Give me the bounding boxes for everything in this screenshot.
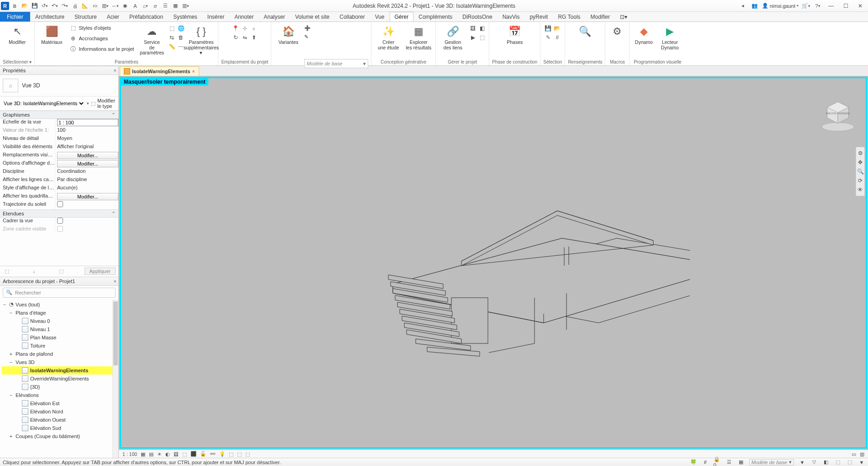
back-icon[interactable]: ◂ (738, 1, 747, 11)
sb-filter5-icon[interactable]: ⬚ (846, 459, 853, 466)
starting-view-icon[interactable]: ▶ (469, 33, 477, 42)
view-tab-active[interactable]: IsolateWarningElements × (120, 66, 199, 76)
qat-tag-icon[interactable]: ◉ (121, 1, 130, 11)
share-icon[interactable]: 👥 (750, 1, 759, 11)
dynamo-player-button[interactable]: ▶ Lecteur Dynamo (657, 23, 683, 50)
browser-search-input[interactable]: 🔍 Rechercher (3, 288, 116, 298)
tree-override-view[interactable]: OverrideWarningElements (2, 375, 118, 383)
qat-more-icon[interactable]: ▥ (181, 1, 190, 11)
crop-icon[interactable]: ⬚ (181, 450, 188, 458)
graphic-display-button[interactable]: Modifier... (57, 160, 118, 167)
save-selection-icon[interactable]: 💾 (544, 24, 552, 32)
sb-filter1-icon[interactable]: ▼ (799, 459, 806, 466)
prop-tool1-icon[interactable]: ⬚ (3, 267, 11, 275)
units-icon[interactable]: 📏 (168, 43, 176, 51)
vc-right2-icon[interactable]: ▥ (859, 450, 865, 458)
orbit-icon[interactable]: ⟳ (856, 176, 864, 185)
cart-icon[interactable]: 🛒 (801, 1, 810, 11)
sb-select-links-icon[interactable]: ⇵ (702, 459, 709, 466)
browser-header[interactable]: Arborescence du projet - Projet1 × (0, 277, 118, 286)
scale-control[interactable]: 1 : 100 (122, 450, 138, 458)
tab-systems[interactable]: Systèmes (168, 12, 202, 21)
modify-button[interactable]: ↖ Modifier (3, 23, 32, 45)
phases-button[interactable]: 📅 Phases (501, 23, 529, 45)
constraints-icon[interactable]: ⬚ (244, 450, 251, 458)
close-button[interactable]: ✕ (854, 1, 866, 11)
maximize-button[interactable]: ☐ (840, 1, 852, 11)
tab-structure[interactable]: Structure (69, 12, 102, 21)
ids-icon[interactable]: # (553, 33, 561, 42)
tab-steel[interactable]: Acier (102, 12, 124, 21)
crop-view-checkbox[interactable] (57, 218, 63, 224)
active-option-combo[interactable]: Modèle de base (304, 59, 368, 68)
add-to-set-icon[interactable]: ➕ (304, 24, 368, 32)
type-selector[interactable]: ⌂ Vue 3D (0, 75, 118, 96)
visual-style-icon[interactable]: ▦ (140, 450, 146, 458)
north-icon[interactable]: ⬆ (250, 33, 258, 42)
close-tab-icon[interactable]: × (192, 69, 195, 74)
category-graphics[interactable]: Graphismes⌃ (0, 111, 118, 119)
load-family-icon[interactable]: ⬚ (478, 33, 486, 42)
tree-sections[interactable]: +Coupes (Coupe du bâtiment) (2, 432, 118, 440)
qat-link-icon[interactable]: σ (151, 1, 160, 11)
tab-annotate[interactable]: Annoter (229, 12, 259, 21)
help-icon[interactable]: ? (813, 1, 822, 11)
qat-thin-lines-icon[interactable]: ▭ (90, 1, 100, 11)
sb-main-model-icon[interactable]: ▦ (737, 459, 745, 466)
sb-list-icon[interactable]: ☰ (725, 459, 733, 466)
design-options-button[interactable]: 🏠 Variantes (274, 23, 302, 45)
tab-rgtools[interactable]: RG Tools (553, 12, 585, 21)
qat-home-icon[interactable]: ⌂ (141, 1, 150, 11)
tree-elev-east[interactable]: Elévation Est (2, 399, 118, 407)
sb-filter3-icon[interactable]: ◧ (822, 459, 830, 466)
analysis-style-value[interactable]: Aucun(e) (55, 185, 118, 193)
qat-dim-icon[interactable]: ↔ (111, 1, 120, 11)
sb-filter2-icon[interactable]: ▽ (810, 459, 818, 466)
qat-redo-icon[interactable]: ↷ (60, 1, 69, 11)
tree-ceiling-plans[interactable]: +Plans de plafond (2, 350, 118, 358)
explore-results-button[interactable]: ▦ Explorer les résultats (404, 23, 433, 50)
crop-show-icon[interactable]: ⬛ (190, 450, 197, 458)
qat-text-icon[interactable]: A (131, 1, 140, 11)
category-extents[interactable]: Etendues⌃ (0, 209, 118, 218)
qat-save-icon[interactable]: 💾 (30, 1, 39, 11)
load-selection-icon[interactable]: 📂 (553, 24, 561, 32)
tree-level1[interactable]: Niveau 1 (2, 325, 118, 333)
tab-massing[interactable]: Volume et site (290, 12, 334, 21)
mirror-icon[interactable]: ⇋ (241, 33, 249, 42)
position-icon[interactable]: ⬨ (250, 24, 258, 32)
tab-addins[interactable]: Compléments (413, 12, 457, 21)
coords-icon[interactable]: ⊹ (241, 24, 249, 32)
tab-insert[interactable]: Insérer (202, 12, 229, 21)
view-scale-input[interactable] (57, 119, 118, 126)
project-info-button[interactable]: ⓘInformations sur le projet (68, 44, 136, 54)
dynamo-button[interactable]: ◆ Dynamo (632, 23, 655, 45)
tree-elev-south[interactable]: Elévation Sud (2, 424, 118, 432)
qat-new-icon[interactable]: 🗎 (10, 1, 19, 11)
rotate-icon[interactable]: ↻ (232, 33, 240, 42)
param-service-button[interactable]: ☁ Service de paramètres (138, 23, 166, 56)
tree-roof-plan[interactable]: Toiture (2, 342, 118, 350)
crop-visible-checkbox[interactable] (57, 226, 63, 232)
show-grids-button[interactable]: Modifier... (57, 193, 118, 200)
tree-floor-plans[interactable]: −Plans d'étage (2, 309, 118, 317)
prop-tool2-icon[interactable]: ↓ (30, 267, 38, 275)
detail-level-icon[interactable]: ▤ (148, 450, 154, 458)
tree-isolate-view[interactable]: IsolateWarningElements (2, 366, 118, 375)
tree-elev-north[interactable]: Elévation Nord (2, 407, 118, 416)
edit-selection-icon[interactable]: ✎ (544, 33, 552, 42)
tree-elev-west[interactable]: Elévation Ouest (2, 416, 118, 424)
apply-button[interactable]: Appliquer (85, 268, 116, 275)
qat-print-icon[interactable]: 🖨 (70, 1, 79, 11)
location-icon[interactable]: 📍 (232, 24, 240, 32)
tree-3d-views[interactable]: −Vues 3D (2, 358, 118, 366)
vc-right1-icon[interactable]: ▭ (851, 450, 857, 458)
rendering-icon[interactable]: 🖼 (173, 450, 180, 458)
additional-params-button[interactable]: { } Paramètres supplémentaires ▾ (187, 23, 215, 56)
full-nav-wheel-icon[interactable]: ⚙ (856, 149, 864, 158)
properties-header[interactable]: Propriétés × (0, 66, 118, 75)
temp-hide-icon[interactable]: 👓 (209, 450, 217, 458)
sb-design-option-combo[interactable]: Modèle de base▾ (749, 459, 794, 466)
manage-links-button[interactable]: 🔗 Gestion des liens (439, 23, 467, 50)
qat-open-icon[interactable]: 📂 (20, 1, 29, 11)
